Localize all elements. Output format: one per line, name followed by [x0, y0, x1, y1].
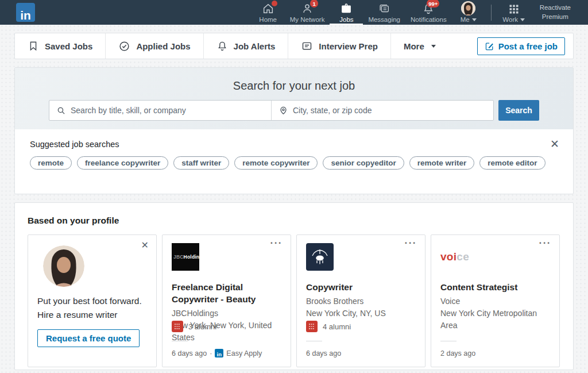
jobs-briefcase-icon — [340, 2, 353, 15]
notifications-badge: 99+ — [427, 0, 439, 7]
job-alerts-tab[interactable]: Job Alerts — [204, 33, 288, 59]
nav-me[interactable]: Me — [452, 0, 485, 25]
saved-jobs-label: Saved Jobs — [45, 41, 92, 51]
user-avatar — [461, 1, 475, 16]
job-card[interactable]: ··· voice Content Strategist Voice New Y… — [431, 234, 560, 367]
card-divider — [440, 341, 457, 341]
nav-home[interactable]: Home — [252, 0, 285, 25]
job-company: JBCHoldings — [172, 307, 281, 320]
search-bar — [49, 100, 494, 121]
based-on-profile-section: Based on your profile ✕ Put your best fo… — [14, 202, 574, 370]
suggested-searches-section: Suggested job searches remote freelance … — [15, 129, 573, 194]
chevron-down-icon — [472, 18, 477, 21]
nav-notifications[interactable]: 99+ Notifications — [405, 0, 452, 25]
company-logo: JBCHoldings — [172, 243, 199, 271]
top-navbar: in Home 1 My Network — [0, 0, 588, 25]
job-footer: 2 days ago — [440, 349, 475, 357]
page-content: Saved Jobs Applied Jobs Job Alerts Inter… — [0, 25, 588, 370]
job-title[interactable]: Content Strategist — [440, 282, 550, 294]
more-label: More — [404, 41, 424, 51]
close-icon[interactable]: ✕ — [550, 139, 559, 149]
keyword-input-wrap — [49, 101, 271, 120]
interview-prep-tab[interactable]: Interview Prep — [288, 33, 390, 59]
suggested-pill[interactable]: senior copyeditor — [323, 156, 404, 170]
search-banner: Search for your next job — [15, 68, 573, 129]
search-button[interactable]: Search — [498, 100, 539, 121]
messaging-icon — [378, 2, 390, 15]
overflow-menu-icon[interactable]: ··· — [405, 237, 417, 249]
interview-prep-label: Interview Prep — [319, 41, 378, 51]
nav-messaging-label: Messaging — [368, 16, 400, 23]
job-title[interactable]: Copywriter — [306, 282, 416, 294]
linkedin-in-icon: in — [215, 349, 223, 357]
suggested-pill[interactable]: remote — [30, 156, 72, 170]
alumni-row: 4 alumni — [306, 321, 351, 332]
job-footer: 6 days ago — [306, 349, 341, 357]
suggested-searches-title: Suggested job searches — [30, 140, 558, 149]
card-divider — [306, 341, 322, 341]
suggested-pill[interactable]: remote editor — [479, 156, 545, 170]
home-notification-dot — [272, 1, 277, 6]
request-quote-button[interactable]: Request a free quote — [37, 329, 140, 347]
reactivate-premium-link[interactable]: Reactivate Premium — [531, 3, 580, 21]
alumni-row: 3 alumni — [172, 321, 216, 332]
applied-jobs-tab[interactable]: Applied Jobs — [106, 33, 203, 59]
work-grid-icon — [508, 3, 520, 15]
nav-me-label: Me — [461, 16, 477, 23]
overflow-menu-icon[interactable]: ··· — [270, 237, 283, 249]
location-search-input[interactable] — [293, 106, 486, 115]
post-free-job-label: Post a free job — [498, 41, 558, 51]
nav-my-network[interactable]: 1 My Network — [285, 0, 330, 25]
post-free-job-button[interactable]: Post a free job — [477, 37, 565, 55]
suggested-pill[interactable]: staff writer — [173, 156, 229, 170]
chat-square-icon — [301, 40, 313, 52]
chevron-down-icon — [431, 45, 436, 48]
nav-work[interactable]: Work — [497, 0, 531, 25]
location-input-wrap — [271, 101, 493, 120]
job-card[interactable]: ··· JBCHoldings Freelance Digital Copywr… — [162, 234, 291, 367]
nav-jobs-label: Jobs — [339, 16, 353, 23]
job-location: New York City Metropolitan Area — [440, 307, 550, 332]
saved-jobs-tab[interactable]: Saved Jobs — [15, 33, 105, 59]
keyword-search-input[interactable] — [71, 106, 264, 115]
nav-messaging[interactable]: Messaging — [363, 0, 405, 25]
nav-home-label: Home — [259, 16, 277, 23]
suggested-pill[interactable]: remote copywriter — [234, 156, 318, 170]
job-title[interactable]: Freelance Digital Copywriter - Beauty — [172, 282, 281, 306]
jobs-subnav: Saved Jobs Applied Jobs Job Alerts Inter… — [14, 33, 574, 59]
avatar — [43, 245, 84, 287]
suggested-pill[interactable]: freelance copywriter — [77, 156, 168, 170]
search-row: Search — [49, 100, 539, 121]
resume-promo-card: ✕ Put your best foot forward. Hire a res… — [28, 234, 157, 367]
chevron-down-icon — [520, 18, 525, 21]
nav-my-network-label: My Network — [290, 16, 325, 23]
location-pin-icon — [278, 106, 288, 116]
premium-line2: Premium — [540, 13, 571, 22]
section-title: Based on your profile — [28, 216, 560, 226]
nav-jobs[interactable]: Jobs — [330, 0, 363, 25]
card-divider — [172, 341, 188, 341]
job-location: New York City, NY, US — [306, 307, 416, 320]
suggested-pill[interactable]: remote writer — [409, 156, 475, 170]
company-logo — [306, 243, 334, 271]
alumni-org-icon — [172, 321, 183, 332]
job-alerts-label: Job Alerts — [234, 41, 276, 51]
job-company-location: Voice New York City Metropolitan Area — [440, 295, 550, 332]
job-company: Brooks Brothers — [306, 295, 416, 307]
edit-square-icon — [485, 41, 494, 51]
nav-work-label: Work — [502, 16, 525, 23]
linkedin-logo[interactable]: in — [16, 3, 35, 22]
my-network-badge: 1 — [310, 0, 318, 7]
easy-apply-label: Easy Apply — [226, 349, 262, 357]
premium-line1: Reactivate — [540, 3, 571, 13]
overflow-menu-icon[interactable]: ··· — [539, 237, 551, 249]
search-icon — [56, 106, 66, 116]
suggested-pills: remote freelance copywriter staff writer… — [30, 156, 558, 170]
more-menu[interactable]: More — [391, 33, 448, 59]
close-icon[interactable]: ✕ — [141, 241, 149, 250]
job-card[interactable]: ··· Copywriter Brooks Brothers New York … — [296, 234, 425, 367]
posted-time: 6 days ago — [306, 349, 341, 357]
job-company: Voice — [440, 295, 550, 307]
posted-time: 6 days ago — [172, 349, 207, 357]
search-title: Search for your next job — [15, 68, 573, 93]
